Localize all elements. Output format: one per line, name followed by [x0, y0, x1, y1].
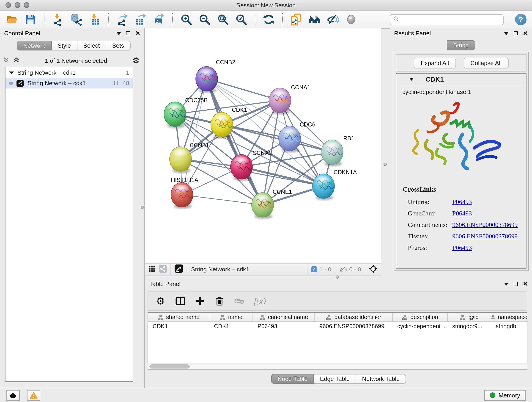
column-header-namespace[interactable]: namespace [491, 313, 527, 321]
panel-collapse-icon[interactable] [116, 32, 121, 35]
network-node-CDKN1A[interactable]: CDKN1A [312, 169, 357, 200]
expand-all-button[interactable]: Expand All [414, 57, 456, 68]
column-header-sharedname[interactable]: shared name [148, 313, 209, 321]
grid-view-icon[interactable] [148, 265, 155, 274]
selected-checkbox-icon[interactable]: ✓ [311, 266, 317, 272]
tab-network-table[interactable]: Network Table [356, 374, 406, 384]
table-cell[interactable]: CDK1 [148, 322, 209, 331]
save-session-button[interactable] [24, 13, 37, 26]
panel-close-icon[interactable]: ✕ [135, 30, 140, 36]
help-button[interactable]: ? [515, 14, 526, 25]
network-options-gear-icon[interactable]: ⚙ [133, 56, 140, 65]
network-share-icon[interactable] [159, 265, 167, 274]
tab-network[interactable]: Network [17, 41, 51, 51]
network-collection-row[interactable]: String Network – cdk1 1 [6, 67, 133, 78]
delete-column-icon[interactable] [215, 296, 225, 306]
table-horizontal-scrollbar[interactable] [147, 363, 527, 370]
tissues-link[interactable]: 9606.ENSP00000378699 [452, 230, 518, 242]
column-header-canonicalname[interactable]: canonical name [253, 313, 315, 321]
tab-edge-table[interactable]: Edge Table [314, 374, 356, 384]
panel-float-icon[interactable] [514, 31, 518, 35]
table-cell[interactable]: P06493 [253, 322, 315, 331]
network-canvas[interactable]: CCNB2CCNA1CDC25BCDK1CDC6RB1CCNB1CCNA2CDK… [145, 28, 381, 263]
column-header-id[interactable]: @id [448, 313, 491, 321]
network-node-RB1[interactable]: RB1 [321, 135, 355, 166]
column-header-name[interactable]: name [209, 313, 253, 321]
left-splitter-handle[interactable] [141, 206, 144, 209]
import-network-icon[interactable] [51, 13, 65, 26]
export-table-icon[interactable] [134, 13, 147, 26]
home-icon[interactable] [308, 13, 321, 26]
table-cell[interactable]: 9606.ENSP00000378699 [315, 322, 393, 331]
refresh-icon[interactable] [262, 13, 275, 26]
function-builder-icon[interactable]: f(x) [254, 296, 266, 306]
zoom-selected-icon[interactable] [234, 13, 248, 26]
pharos-link[interactable]: P06493 [452, 242, 472, 254]
tab-sets[interactable]: Sets [106, 41, 130, 51]
panel-collapse-icon[interactable] [504, 283, 509, 285]
export-image-icon[interactable] [152, 13, 165, 26]
network-node-CCNB2[interactable]: CCNB2 [196, 59, 235, 93]
scrollbar-thumb[interactable] [149, 364, 190, 369]
panel-collapse-icon[interactable] [504, 32, 509, 35]
right-splitter-handle[interactable] [384, 163, 387, 166]
collapse-all-button[interactable]: Collapse All [464, 57, 509, 68]
add-column-icon[interactable] [195, 296, 205, 306]
node-position-icon[interactable] [369, 264, 378, 274]
table-options-gear-icon[interactable]: ⚙ [155, 296, 165, 306]
import-network-database-icon[interactable] [70, 13, 83, 26]
search-input[interactable] [401, 16, 500, 23]
bottom-splitter-handle[interactable] [336, 275, 339, 279]
main-toolbar: ? [0, 11, 532, 29]
network-node-CDC6[interactable]: CDC6 [279, 121, 315, 153]
hide-eye-icon[interactable] [326, 13, 340, 26]
tab-style[interactable]: Style [51, 41, 77, 51]
zoom-fit-icon[interactable] [216, 13, 230, 26]
table-row[interactable]: CDK1CDK1P064939606.ENSP00000378699cyclin… [148, 322, 527, 331]
search-box[interactable] [390, 14, 504, 25]
close-window-button[interactable] [6, 2, 11, 8]
uniprot-link[interactable]: P06493 [452, 196, 472, 208]
compartments-link[interactable]: 9606.ENSP00000378699 [452, 219, 518, 230]
birds-eye-view-icon[interactable] [175, 264, 183, 274]
collapse-all-networks-icon[interactable] [3, 56, 10, 65]
warning-status-button[interactable] [27, 390, 40, 400]
tab-string[interactable]: String [447, 40, 475, 50]
column-header-description[interactable]: description [393, 313, 448, 321]
tab-select[interactable]: Select [77, 41, 106, 51]
export-network-icon[interactable] [115, 13, 129, 26]
minimize-window-button[interactable] [15, 2, 20, 8]
column-header-databaseidentifier[interactable]: database identifier [315, 313, 393, 321]
table-cell[interactable]: stringdb:9... [448, 322, 491, 331]
network-row-selected[interactable]: String Network – cdk1 11 48 [6, 78, 133, 89]
memory-button[interactable]: Memory [484, 390, 526, 400]
table-cell[interactable]: CDK1 [209, 322, 253, 331]
zoom-in-icon[interactable] [180, 13, 193, 26]
show-columns-icon[interactable] [175, 296, 185, 306]
maximize-window-button[interactable] [24, 2, 29, 8]
copy-network-icon[interactable] [290, 13, 303, 26]
cloud-status-button[interactable] [6, 390, 20, 400]
control-panel-title: Control Panel [4, 30, 40, 37]
window-title: Session: New Session [0, 2, 532, 8]
panel-float-icon[interactable] [126, 31, 130, 35]
panel-close-icon[interactable]: ✕ [523, 281, 528, 287]
zoom-out-icon[interactable] [198, 13, 211, 26]
gene-section-header[interactable]: CDK1 [396, 74, 526, 85]
title-bar: Session: New Session [0, 0, 532, 11]
table-cell[interactable]: stringdb [491, 322, 527, 331]
open-session-button[interactable] [6, 13, 19, 26]
panel-close-icon[interactable]: ✕ [523, 30, 528, 36]
collection-expand-icon[interactable] [9, 71, 14, 74]
tab-node-table[interactable]: Node Table [271, 374, 314, 384]
panel-float-icon[interactable] [514, 282, 518, 286]
network-node-CDC25B[interactable]: CDC25B [164, 97, 208, 128]
delete-table-icon[interactable] [234, 296, 244, 306]
expand-all-networks-icon[interactable] [13, 56, 20, 65]
genecard-link[interactable]: P06493 [452, 208, 472, 219]
gene-expand-icon[interactable] [409, 78, 414, 81]
show-eye-icon[interactable] [345, 13, 358, 26]
network-node-HIST1H1A[interactable]: HIST1H1A [171, 177, 198, 209]
table-cell[interactable]: cyclin-dependent ... [393, 322, 448, 331]
import-table-icon[interactable] [88, 13, 101, 26]
